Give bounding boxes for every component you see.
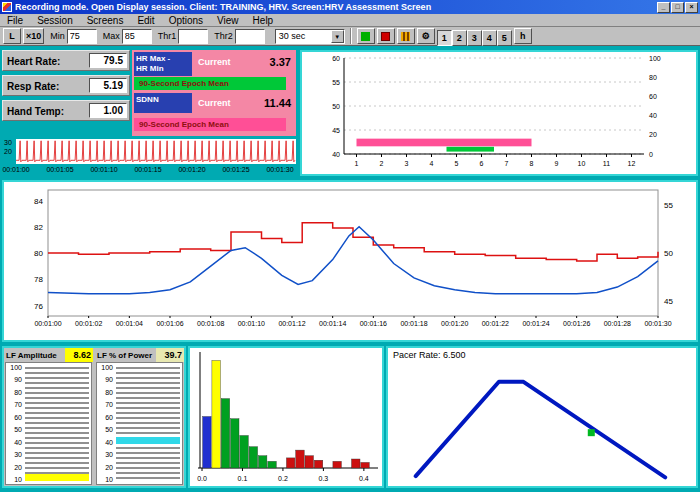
thr1-input[interactable]: [178, 29, 208, 44]
max-input[interactable]: [122, 29, 152, 44]
epoch-y-left-tick: 40: [332, 151, 340, 158]
hist-bar: [286, 458, 295, 468]
screen-button-4[interactable]: 4: [482, 30, 497, 46]
hist-bar: [231, 419, 240, 468]
green-square-icon: [361, 32, 370, 41]
hr-maxmin-epoch-band: [447, 147, 495, 152]
app-window: Recording mode. Open Display session. Cl…: [0, 0, 700, 492]
hist-bar: [352, 459, 361, 468]
epoch-x-tick: 4: [430, 160, 434, 167]
hr-max-min-red: [48, 223, 658, 261]
meter-scale-label: 10: [6, 476, 22, 483]
meter-scale-label: 20: [97, 464, 113, 471]
red-indicator-button[interactable]: [377, 28, 395, 44]
meter-scale-label: 60: [97, 414, 113, 421]
meter-scale-label: 30: [97, 451, 113, 458]
menu-item-file[interactable]: File: [0, 15, 30, 26]
screen-button-group: 12345: [437, 27, 512, 46]
sdnn-value: 11.44: [264, 97, 291, 109]
green-indicator-button[interactable]: [357, 28, 375, 44]
hist-bar: [333, 461, 342, 468]
x10-button[interactable]: ×10: [23, 28, 44, 44]
hr-x-tick: 00:01:28: [604, 320, 631, 327]
app-icon: [2, 2, 12, 12]
screen-button-1[interactable]: 1: [437, 30, 452, 46]
meter-scale-label: 40: [6, 439, 22, 446]
epoch-y-left-tick: 55: [332, 79, 340, 86]
toolbar: L ×10 Min Max Thr1 Thr2 30 sec ▼ ⚙ 12345…: [0, 27, 700, 46]
screen-button-3[interactable]: 3: [467, 30, 482, 46]
hr-maxmin-current-label: Current: [198, 57, 231, 67]
hist-bar: [314, 460, 323, 468]
menu-item-screens[interactable]: Screens: [80, 15, 131, 26]
meter-scale-label: 60: [6, 414, 22, 421]
pacer-panel: Pacer Rate: 6.500: [386, 346, 698, 488]
thr2-input[interactable]: [235, 29, 265, 44]
meter-level-band: [116, 437, 180, 444]
hist-bar: [221, 399, 230, 468]
lf-power-meter: 100908070605040302010: [96, 362, 183, 485]
min-input[interactable]: [67, 29, 97, 44]
menu-item-options[interactable]: Options: [162, 15, 210, 26]
hr-x-tick: 00:01:02: [75, 320, 102, 327]
hr-trend-chart: 848280787655504500:01:0000:01:0200:01:04…: [4, 182, 696, 340]
hr-x-tick: 00:01:10: [238, 320, 265, 327]
epoch-x-tick: 1: [355, 160, 359, 167]
settings-gear-button[interactable]: ⚙: [417, 28, 435, 44]
hr-x-tick: 00:01:06: [156, 320, 183, 327]
meter-level-band: [25, 474, 89, 481]
epoch-y-left-tick: 60: [332, 55, 340, 62]
hr-x-tick: 00:01:08: [197, 320, 224, 327]
menu-item-session[interactable]: Session: [30, 15, 80, 26]
hr-trend-panel: 848280787655504500:01:0000:01:0200:01:04…: [2, 180, 698, 342]
maximize-button[interactable]: □: [671, 2, 684, 13]
chevron-down-icon: ▼: [331, 30, 344, 43]
close-button[interactable]: ×: [685, 2, 698, 13]
epoch-x-tick: 5: [455, 160, 459, 167]
hist-x-tick: 0.1: [238, 475, 248, 482]
sdnn-current-label: Current: [198, 98, 231, 108]
hr-x-tick: 00:01:20: [441, 320, 468, 327]
meter-stripes: [25, 367, 89, 480]
pulse-waveform-panel: [16, 139, 296, 164]
screen-button-2[interactable]: 2: [452, 30, 467, 46]
lf-power-header: LF % of Power 39.7: [95, 348, 184, 362]
pulse-trace: [16, 141, 295, 162]
menu-item-help[interactable]: Help: [246, 15, 281, 26]
epoch-y-right-tick: 100: [649, 55, 661, 62]
epoch-y-left-tick: 50: [332, 103, 340, 110]
waveform-x-tick: 00:01:20: [178, 166, 205, 173]
menu-item-edit[interactable]: Edit: [130, 15, 161, 26]
hist-x-tick: 0.0: [197, 475, 207, 482]
menu-item-view[interactable]: View: [210, 15, 246, 26]
max-label: Max: [103, 31, 120, 41]
thr2-label: Thr2: [214, 31, 233, 41]
heart-rate-label: Heart Rate:: [7, 56, 60, 67]
toolbar-separator: [350, 28, 352, 44]
hr-x-tick: 00:01:12: [278, 320, 305, 327]
meter-scale-label: 20: [6, 464, 22, 471]
stripes-icon: [401, 32, 410, 41]
screen-button-5[interactable]: 5: [497, 30, 512, 46]
epoch-y-right-tick: 0: [649, 151, 653, 158]
pulse-waveform-chart: [16, 139, 296, 164]
hr-y-left-tick: 76: [34, 302, 43, 311]
epoch-y-right-tick: 20: [649, 131, 657, 138]
h-button[interactable]: h: [514, 28, 532, 44]
meter-scale-label: 100: [97, 364, 113, 371]
hr-x-tick: 00:01:26: [563, 320, 590, 327]
minimize-button[interactable]: _: [657, 2, 670, 13]
epoch-y-right-tick: 60: [649, 93, 657, 100]
meter-scale-label: 50: [6, 426, 22, 433]
interval-select[interactable]: 30 sec ▼: [275, 29, 345, 44]
hr-x-tick: 00:01:14: [319, 320, 346, 327]
sdnn-epoch-bar: 90-Second Epoch Mean: [134, 118, 286, 131]
epoch-x-tick: 10: [578, 160, 586, 167]
menu-bar: FileSessionScreensEditOptionsViewHelp: [0, 14, 700, 27]
sdnn-row: SDNN Current 11.44: [132, 93, 296, 117]
meter-scale-label: 90: [97, 376, 113, 383]
waveform-x-tick: 00:01:05: [46, 166, 73, 173]
stripes-button[interactable]: [397, 28, 415, 44]
lf-amplitude-column: LF Amplitude 8.62 100908070605040302010: [4, 348, 93, 486]
scale-l-button[interactable]: L: [3, 28, 21, 44]
